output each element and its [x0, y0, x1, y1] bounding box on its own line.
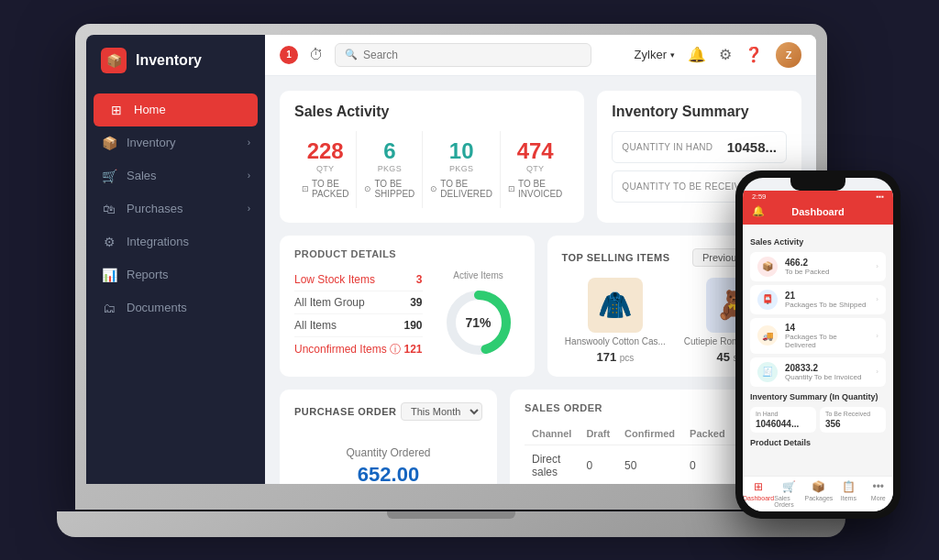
chevron-down-icon: ▾ — [670, 50, 675, 60]
sidebar-item-integrations[interactable]: ⚙ Integrations — [86, 225, 265, 258]
search-icon: 🔍 — [345, 49, 358, 60]
sales-icon: 🛒 — [101, 169, 117, 183]
phone-stat-invoiced: 🧾 20833.2 Quantity To be Invoiced › — [750, 357, 886, 387]
chevron-right-icon: › — [876, 332, 878, 340]
avatar[interactable]: Z — [776, 42, 801, 68]
phone-tab-dashboard[interactable]: ⊞ Dashboard — [743, 480, 774, 508]
so-channel: Direct sales — [525, 445, 579, 484]
activity-stats: 228 Qty ⊡ TO BE PACKED 6 — [294, 131, 569, 208]
phone-body: Sales Activity 📦 466.2 To be Packed › 📮 … — [743, 225, 893, 476]
phone-tab-items[interactable]: 📋 Items — [834, 480, 863, 508]
phone-ship-icon: 📮 — [757, 290, 778, 310]
stat-delivered: 10 Pkgs ⊙ TO BE DELIVERED — [423, 131, 501, 208]
box-icon: ⊡ — [302, 184, 309, 193]
sidebar-logo: 📦 Inventory — [86, 35, 265, 86]
sales-activity-title: Sales Activity — [294, 104, 569, 120]
phone-tab-sales-orders[interactable]: 🛒 Sales Orders — [774, 480, 803, 508]
so-col-channel: Channel — [525, 423, 579, 445]
po-qty-value: 652.00 — [358, 463, 419, 484]
inv-row-hand: QUANTITY IN HAND 10458... — [612, 131, 787, 163]
history-icon[interactable]: ⏱ — [309, 47, 324, 63]
sidebar-item-sales[interactable]: 🛒 Sales › — [86, 159, 265, 192]
purchase-order-card: PURCHASE ORDER This Month Quantity Order… — [280, 390, 497, 484]
so-col-draft: Draft — [579, 423, 617, 445]
sales-activity-card: Sales Activity 228 Qty ⊡ TO BE PACKED — [280, 91, 584, 223]
phone-signal-icons: ▪▪▪ — [876, 192, 884, 201]
phone-time: 2:59 — [752, 192, 767, 201]
phone-sales-activity-label: Sales Activity — [750, 237, 886, 247]
chevron-right-icon: › — [248, 137, 250, 148]
product-row-unconfirmed: Unconfirmed Items ⓘ 121 — [294, 337, 423, 362]
sidebar-item-home[interactable]: ⊞ Home — [94, 93, 258, 126]
po-title: PURCHASE ORDER — [294, 406, 397, 417]
sidebar-item-purchases[interactable]: 🛍 Purchases › — [86, 192, 265, 225]
stat-unit-shipped: Pkgs — [378, 164, 402, 173]
so-col-confirmed: Confirmed — [617, 423, 682, 445]
stat-unit-invoiced: Qty — [526, 164, 544, 173]
phone-inv-receive-box: To Be Received 356 — [820, 407, 886, 433]
delivery-icon: ⊙ — [430, 184, 437, 193]
phone-inv-row: In Hand 1046044... To Be Received 356 — [750, 407, 886, 433]
phone-device: 2:59 ▪▪▪ 🔔 Dashboard Sales Activity 📦 46… — [735, 170, 900, 519]
phone-stat-delivered: 🚚 14 Packages To be Delivered › — [750, 318, 886, 354]
ship-icon: ⊙ — [364, 184, 371, 193]
sidebar-item-label: Inventory — [127, 136, 175, 149]
sidebar-item-documents[interactable]: 🗂 Documents — [86, 291, 265, 324]
inventory-icon: 📦 — [101, 136, 117, 150]
phone-tab-packages[interactable]: 📦 Packages — [804, 480, 834, 508]
app-logo-icon: 📦 — [101, 48, 127, 73]
phone-product-details-label: Product Details — [750, 438, 886, 447]
help-icon[interactable]: ❓ — [745, 46, 763, 63]
sidebar-item-inventory[interactable]: 📦 Inventory › — [86, 126, 265, 159]
stat-shipped: 6 Pkgs ⊙ TO BE SHIPPED — [357, 131, 423, 208]
active-items-label: Active Items — [453, 270, 503, 280]
inv-hand-label: QUANTITY IN HAND — [622, 142, 713, 152]
stat-invoiced: 474 Qty ⊡ TO BE INVOICED — [501, 131, 569, 208]
sidebar-item-reports[interactable]: 📊 Reports — [86, 258, 265, 291]
invoice-icon: ⊡ — [508, 184, 515, 193]
inv-hand-value: 10458... — [727, 139, 777, 155]
notification-icon[interactable]: 🔔 — [688, 46, 706, 63]
phone-items-icon: 📋 — [842, 480, 856, 493]
product-row-allitems: All Items 190 — [294, 314, 423, 337]
topbar-right: Zylker ▾ 🔔 ⚙ ❓ Z — [635, 42, 801, 68]
stat-unit-packed: Qty — [316, 164, 334, 173]
sidebar-item-label: Purchases — [127, 202, 182, 215]
user-menu[interactable]: Zylker ▾ — [635, 48, 675, 61]
phone-packages-icon: 📦 — [812, 480, 825, 493]
settings-icon[interactable]: ⚙ — [719, 46, 732, 63]
so-col-packed: Packed — [682, 423, 733, 445]
stat-desc-packed: ⊡ TO BE PACKED — [302, 179, 348, 199]
chevron-right-icon: › — [876, 262, 878, 270]
reports-icon: 📊 — [101, 268, 117, 282]
phone-more-icon: ••• — [872, 480, 884, 493]
product-table: Low Stock Items 3 All Item Group 39 — [294, 269, 423, 362]
so-draft: 0 — [579, 445, 617, 484]
integrations-icon: ⚙ — [101, 235, 117, 249]
product-details-card: PRODUCT DETAILS Low Stock Items 3 A — [280, 236, 535, 377]
search-input[interactable] — [363, 49, 581, 61]
stat-desc-invoiced: ⊡ TO BE INVOICED — [508, 179, 562, 199]
sidebar-item-label: Home — [134, 103, 166, 116]
phone-screen: 2:59 ▪▪▪ 🔔 Dashboard Sales Activity 📦 46… — [743, 178, 893, 511]
topbar: 1 ⏱ 🔍 Zylker ▾ 🔔 — [265, 35, 816, 76]
month-filter-select[interactable]: This Month — [401, 402, 482, 421]
home-icon: ⊞ — [108, 103, 125, 117]
phone-pack-icon: 📦 — [757, 257, 778, 277]
so-packed: 0 — [682, 445, 733, 484]
phone-stat-shipped: 📮 21 Packages To be Shipped › — [750, 285, 886, 314]
search-bar[interactable]: 🔍 — [335, 43, 591, 67]
stat-unit-delivered: Pkgs — [449, 164, 473, 173]
phone-topbar: 🔔 Dashboard — [743, 203, 893, 225]
donut-percent: 71% — [465, 315, 491, 330]
stat-number-packed: 228 — [307, 140, 344, 162]
stat-number-delivered: 10 — [449, 140, 474, 162]
chevron-right-icon: › — [876, 368, 878, 376]
donut-container: Active Items 71% — [437, 269, 520, 362]
alert-badge[interactable]: 1 — [280, 46, 298, 64]
chevron-right-icon: › — [248, 170, 250, 181]
laptop-base — [57, 511, 845, 537]
product-details-title: PRODUCT DETAILS — [294, 248, 520, 259]
phone-tab-more[interactable]: ••• More — [864, 480, 893, 508]
top-product-1: 🧥 Hanswooly Cotton Cas... 171 pcs — [562, 278, 669, 364]
